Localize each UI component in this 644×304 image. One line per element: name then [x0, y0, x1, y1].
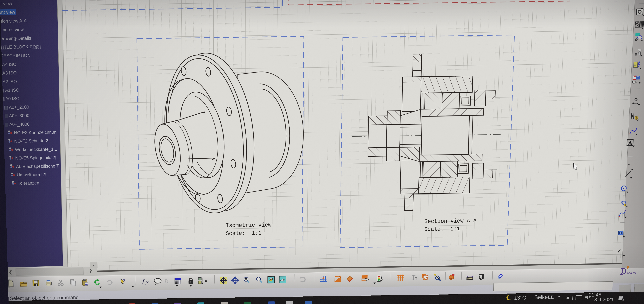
svg-text:=: = [204, 278, 207, 283]
svg-text:Section view A-A: Section view A-A [424, 218, 477, 225]
svg-text:Scale: 1:1: Scale: 1:1 [424, 226, 460, 232]
svg-text:}: } [202, 278, 204, 284]
svg-text:4: 4 [622, 298, 624, 302]
svg-text:Isometric view: Isometric view [226, 222, 272, 229]
svg-text:A: A [628, 140, 632, 146]
svg-text:?: ? [123, 278, 126, 284]
svg-text:A: A [480, 276, 483, 280]
svg-text:8: 8 [165, 278, 168, 285]
svg-text:Scale: 1:1: Scale: 1:1 [226, 230, 262, 237]
svg-text:(: ( [144, 280, 146, 284]
svg-text:CATIA: CATIA [627, 271, 636, 274]
svg-text:f: f [142, 278, 145, 284]
svg-text:): ) [148, 280, 150, 284]
